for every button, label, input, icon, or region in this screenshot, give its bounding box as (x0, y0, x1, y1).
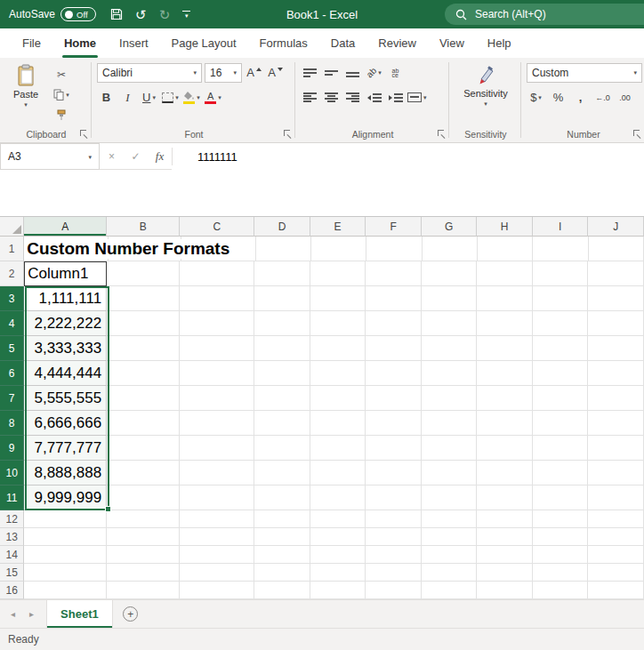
cancel-button[interactable]: × (100, 143, 124, 169)
row-header-5[interactable]: 5 (0, 336, 24, 361)
cell-J15[interactable] (588, 564, 644, 582)
row-header-12[interactable]: 12 (0, 510, 24, 528)
tab-page-layout[interactable]: Page Layout (160, 28, 248, 58)
cell-F1[interactable] (366, 237, 422, 261)
comma-style-button[interactable]: , (571, 88, 590, 108)
cell-D9[interactable] (254, 436, 310, 461)
cell-G9[interactable] (422, 436, 478, 461)
cell-B16[interactable] (107, 582, 180, 599)
row-header-11[interactable]: 11 (0, 485, 24, 510)
cell-E16[interactable] (310, 582, 366, 599)
row-header-15[interactable]: 15 (0, 564, 24, 582)
cell-D11[interactable] (254, 485, 310, 510)
cell-E3[interactable] (310, 286, 366, 311)
cell-E11[interactable] (310, 485, 366, 510)
insert-function-button[interactable]: fx (148, 143, 172, 169)
increase-decimal-button[interactable]: ←.0 (593, 88, 612, 108)
cell-F11[interactable] (366, 485, 422, 510)
column-header-C[interactable]: C (180, 217, 254, 237)
cell-J3[interactable] (588, 286, 644, 311)
cell-J6[interactable] (588, 361, 644, 386)
column-header-J[interactable]: J (588, 217, 644, 237)
cell-H12[interactable] (477, 510, 533, 528)
tab-view[interactable]: View (428, 28, 476, 58)
cell-F4[interactable] (366, 311, 422, 336)
cell-J2[interactable] (588, 261, 644, 286)
cell-B10[interactable] (107, 461, 180, 485)
cell-D13[interactable] (254, 528, 310, 546)
accounting-format-button[interactable]: $▾ (527, 88, 545, 108)
cell-C16[interactable] (180, 582, 254, 599)
cell-C13[interactable] (180, 528, 254, 546)
cell-F2[interactable] (366, 261, 422, 286)
cell-J7[interactable] (588, 386, 644, 411)
cell-H1[interactable] (478, 237, 533, 261)
formula-input[interactable]: 1111111 (173, 143, 644, 170)
font-color-button[interactable]: A ▾ (204, 88, 222, 108)
cell-H8[interactable] (477, 411, 533, 436)
cell-C15[interactable] (180, 564, 254, 582)
cell-E15[interactable] (310, 564, 366, 582)
cell-H16[interactable] (477, 582, 533, 599)
cell-H7[interactable] (477, 386, 533, 411)
align-bottom-button[interactable] (343, 63, 362, 83)
cell-B8[interactable] (107, 411, 180, 436)
new-sheet-button[interactable]: + (113, 600, 149, 628)
italic-button[interactable]: I (118, 88, 137, 108)
cell-A3[interactable]: 1,111,111 (24, 286, 107, 311)
cell-F16[interactable] (366, 582, 422, 599)
cell-A10[interactable]: 8,888,888 (24, 461, 107, 485)
cell-C11[interactable] (180, 485, 254, 510)
tab-data[interactable]: Data (319, 28, 366, 58)
wrap-text-button[interactable]: ab ce (386, 63, 405, 83)
tab-formulas[interactable]: Formulas (248, 28, 319, 58)
cell-J12[interactable] (588, 510, 644, 528)
cell-E6[interactable] (310, 361, 366, 386)
cell-C2[interactable] (180, 261, 254, 286)
align-center-button[interactable] (322, 88, 341, 108)
alignment-dialog-launcher[interactable] (438, 130, 446, 138)
search-box[interactable]: Search (Alt+Q) (445, 4, 644, 25)
cell-G12[interactable] (422, 510, 478, 528)
cell-E14[interactable] (310, 546, 366, 564)
cell-F3[interactable] (366, 286, 422, 311)
cell-A16[interactable] (24, 582, 107, 599)
font-name-select[interactable]: Calibri ▾ (97, 63, 202, 83)
format-painter-button[interactable] (50, 107, 73, 124)
cell-I5[interactable] (533, 336, 589, 361)
align-right-button[interactable] (343, 88, 362, 108)
cell-J16[interactable] (588, 582, 644, 599)
paste-button[interactable]: Paste ▾ (5, 61, 46, 126)
row-header-9[interactable]: 9 (0, 436, 24, 461)
cell-A11[interactable]: 9,999,999 (24, 485, 107, 510)
orientation-button[interactable]: ab▾ (365, 63, 383, 83)
cell-F12[interactable] (366, 510, 422, 528)
align-top-button[interactable] (301, 63, 319, 83)
cell-F14[interactable] (366, 546, 422, 564)
autosave-toggle[interactable]: Off (60, 7, 96, 21)
cell-D16[interactable] (254, 582, 310, 599)
column-header-G[interactable]: G (422, 217, 478, 237)
cell-G8[interactable] (422, 411, 478, 436)
align-middle-button[interactable] (322, 63, 341, 83)
column-header-A[interactable]: A (24, 217, 107, 237)
cell-I16[interactable] (533, 582, 589, 599)
increase-font-size-button[interactable]: A (245, 63, 263, 83)
column-header-F[interactable]: F (366, 217, 422, 237)
cell-C10[interactable] (180, 461, 254, 485)
cell-E13[interactable] (310, 528, 366, 546)
cell-H11[interactable] (477, 485, 533, 510)
enter-button[interactable]: ✓ (124, 143, 148, 169)
cell-D5[interactable] (254, 336, 310, 361)
sensitivity-button[interactable]: Sensitivity ▾ (457, 61, 514, 126)
column-header-B[interactable]: B (107, 217, 180, 237)
tab-insert[interactable]: Insert (108, 28, 160, 58)
cell-A7[interactable]: 5,555,555 (24, 386, 107, 411)
cell-G10[interactable] (422, 461, 478, 485)
sheet-tab-sheet1[interactable]: Sheet1 (47, 600, 113, 628)
cell-D15[interactable] (254, 564, 310, 582)
cell-B9[interactable] (107, 436, 180, 461)
cell-E1[interactable] (311, 237, 366, 261)
cell-C12[interactable] (180, 510, 254, 528)
cell-H3[interactable] (477, 286, 533, 311)
